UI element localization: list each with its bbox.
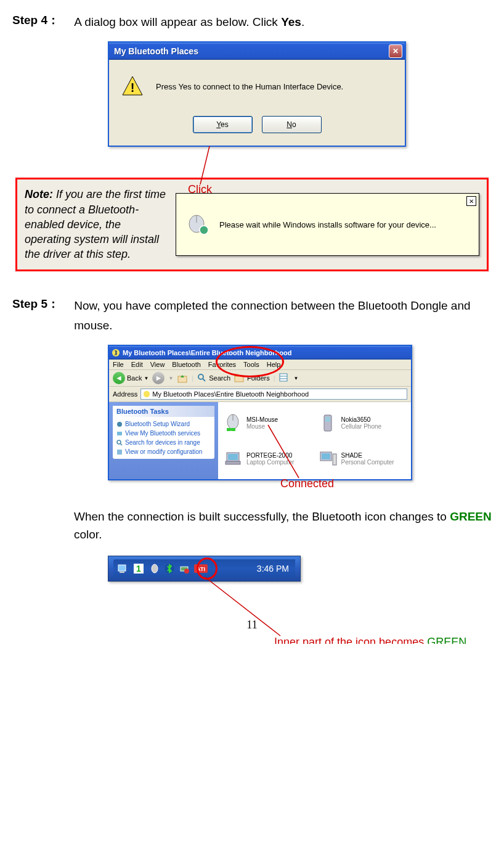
connected-label: Connected [280, 477, 334, 490]
explorer-window: My Bluetooth Places\Entire Bluetooth Nei… [108, 345, 412, 480]
svg-rect-36 [118, 565, 126, 571]
step5-text: Now, you have completed the connection b… [74, 296, 487, 336]
svg-point-8 [198, 374, 203, 379]
svg-point-5 [200, 226, 208, 234]
mouse-install-icon [185, 214, 210, 236]
tray-time: 3:46 PM [257, 564, 291, 574]
menu-help[interactable]: Help [267, 361, 281, 368]
device-portege[interactable]: PORTEGE-2000Laptop Computer [223, 443, 312, 475]
menu-edit[interactable]: Edit [131, 361, 143, 368]
svg-point-16 [117, 422, 122, 427]
svg-rect-17 [117, 432, 122, 435]
svg-text:!: ! [131, 81, 135, 94]
step4-label: Step 4： [12, 12, 71, 28]
step4-line: Step 4： A dialog box will appear as belo… [12, 12, 492, 32]
menu-view[interactable]: View [150, 361, 165, 368]
phone-icon [318, 413, 338, 433]
no-button[interactable]: No [262, 116, 322, 133]
page-number: 11 [12, 619, 492, 632]
folders-button[interactable]: Folders [234, 373, 270, 383]
step4-yes-word: Yes [281, 15, 301, 28]
ati-tray-icon[interactable]: ATI [193, 563, 208, 574]
mouse-icon [223, 413, 243, 433]
shield-tray-icon[interactable]: 1 [132, 563, 145, 574]
dialog-message: Press Yes to connect to the Human Interf… [156, 82, 343, 91]
svg-rect-11 [235, 374, 238, 376]
task-setup-wizard[interactable]: Bluetooth Setup Wizard [116, 419, 211, 429]
bluetooth-tray-icon[interactable] [164, 563, 175, 574]
address-bar-row: Address My Bluetooth Places\Entire Bluet… [109, 387, 411, 402]
explorer-title: My Bluetooth Places\Entire Bluetooth Nei… [123, 349, 291, 356]
svg-rect-20 [117, 450, 122, 455]
svg-line-9 [203, 379, 205, 381]
menu-favorites[interactable]: Favorites [208, 361, 236, 368]
svg-rect-31 [226, 461, 240, 464]
task-search-devices[interactable]: Search for devices in range [116, 438, 211, 447]
remove-hw-tray-icon[interactable] [179, 563, 190, 574]
tray-green-label: Inner part of the icon becomes GREEN [274, 636, 466, 644]
search-icon [197, 373, 207, 383]
svg-rect-12 [280, 374, 287, 381]
devices-panel: MSI-MouseMouse Nokia3650Cellular Phone P… [218, 402, 411, 479]
svg-text:1: 1 [136, 564, 141, 574]
step5-line: Step 5： Now, you have completed the conn… [12, 296, 492, 336]
forward-button[interactable]: ► [152, 372, 165, 384]
svg-rect-25 [232, 428, 235, 431]
search-button[interactable]: Search [197, 373, 230, 383]
svg-line-19 [120, 443, 122, 445]
explorer-toolbar: ◄ Back ▼ ► ▼ | Search Folders | ▼ [109, 370, 411, 387]
folders-icon [234, 373, 245, 383]
mouse-tray-icon[interactable] [149, 563, 160, 574]
balloon-text: Please wait while Windows installs softw… [219, 220, 436, 229]
dialog-titlebar: My Bluetooth Places ✕ [109, 43, 405, 60]
install-balloon: Please wait while Windows installs softw… [176, 193, 479, 256]
balloon-close-button[interactable]: ✕ [466, 196, 476, 206]
address-field[interactable]: My Bluetooth Places\Entire Bluetooth Nei… [140, 389, 407, 400]
yes-button[interactable]: Yes [193, 116, 253, 133]
tasks-header: Bluetooth Tasks [113, 406, 214, 417]
computer-icon [318, 449, 338, 469]
step5-label: Step 5： [12, 296, 71, 312]
menu-tools[interactable]: Tools [243, 361, 259, 368]
svg-rect-28 [325, 417, 330, 422]
bluetooth-address-icon [143, 390, 150, 398]
system-tray: 1 ATI 3:46 PM [108, 556, 301, 582]
back-button[interactable]: ◄ Back ▼ [113, 372, 148, 384]
svg-rect-34 [333, 454, 336, 465]
svg-text:ATI: ATI [197, 566, 205, 572]
device-msi-mouse[interactable]: MSI-MouseMouse [223, 407, 312, 439]
menu-file[interactable]: File [113, 361, 124, 368]
warning-icon: ! [121, 75, 144, 97]
svg-rect-33 [322, 453, 330, 459]
explorer-titlebar: My Bluetooth Places\Entire Bluetooth Nei… [109, 346, 411, 360]
svg-rect-37 [120, 572, 124, 573]
address-label: Address [113, 390, 137, 398]
dialog-title: My Bluetooth Places [112, 46, 389, 56]
step4-text: A dialog box will appear as below. Click… [74, 12, 487, 32]
close-button[interactable]: ✕ [389, 44, 402, 58]
connection-result-text: When the connection is built successfull… [74, 508, 492, 543]
svg-point-15 [144, 391, 150, 397]
views-button[interactable] [279, 373, 290, 383]
bluetooth-dialog: My Bluetooth Places ✕ ! Press Yes to con… [108, 41, 406, 147]
svg-point-43 [184, 569, 189, 574]
up-folder-icon[interactable] [177, 372, 188, 384]
task-configuration[interactable]: View or modify configuration [116, 447, 211, 456]
laptop-icon [223, 449, 243, 469]
note-text: Note: If you are the first time to conne… [25, 187, 166, 261]
explorer-menubar: File Edit View Bluetooth Favorites Tools… [109, 360, 411, 370]
green-word: GREEN [450, 510, 492, 523]
menu-bluetooth[interactable]: Bluetooth [172, 361, 200, 368]
tasks-panel: Bluetooth Tasks Bluetooth Setup Wizard V… [109, 402, 218, 479]
svg-point-40 [152, 564, 158, 573]
svg-rect-30 [228, 454, 238, 460]
bluetooth-window-icon [112, 348, 120, 357]
desktop-tray-icon[interactable] [117, 563, 128, 574]
device-shade[interactable]: SHADEPersonal Computer [318, 443, 407, 475]
task-view-services[interactable]: View My Bluetooth services [116, 429, 211, 438]
note-box: Note: If you are the first time to conne… [15, 178, 489, 271]
device-nokia[interactable]: Nokia3650Cellular Phone [318, 407, 407, 439]
